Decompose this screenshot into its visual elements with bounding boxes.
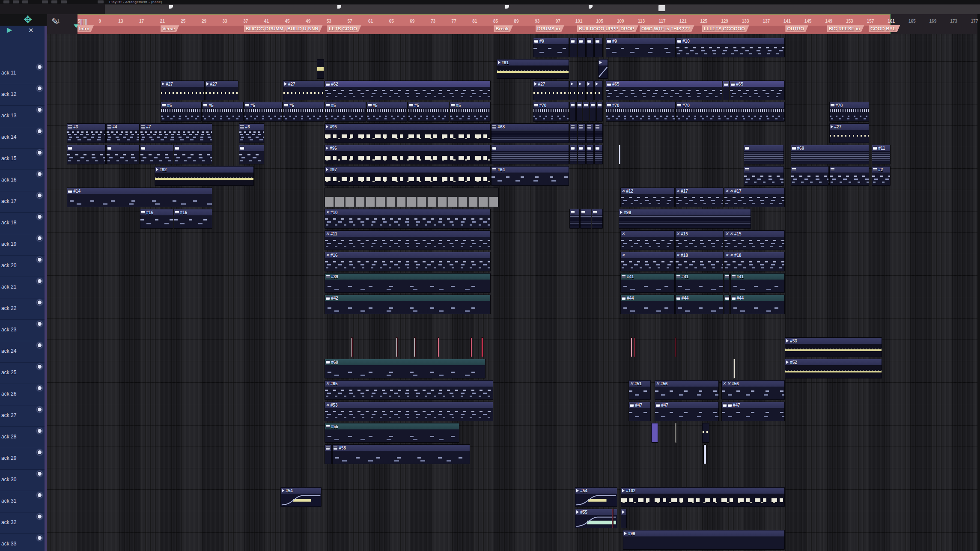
clip[interactable] (744, 166, 784, 186)
mute-dot-button[interactable] (37, 128, 42, 134)
clip[interactable] (675, 423, 677, 443)
clip[interactable]: #70 (676, 102, 785, 122)
mute-dot-button[interactable] (37, 450, 42, 455)
clip[interactable] (351, 337, 353, 357)
clip[interactable] (239, 145, 265, 164)
mute-dot-button[interactable] (37, 257, 42, 262)
titlebar-icon[interactable] (42, 0, 48, 3)
clip[interactable] (578, 145, 585, 164)
mute-dot-button[interactable] (37, 364, 42, 369)
timeline-marker[interactable]: OUTRO (785, 25, 808, 32)
mute-dot-button[interactable] (37, 385, 42, 391)
track-header[interactable]: ack 13 (0, 106, 45, 127)
clip[interactable]: #6 (239, 123, 265, 143)
overview-thumb[interactable] (658, 5, 665, 11)
track-header[interactable]: ack 16 (0, 170, 45, 191)
clip[interactable] (578, 123, 585, 143)
track-header[interactable]: ack 15 (0, 149, 45, 170)
timeline-marker[interactable]: OMG WTF is THIS??? (640, 25, 694, 32)
clip[interactable]: #9 (533, 38, 569, 57)
timeline-marker[interactable]: BIIIGGG DRUMM (244, 25, 288, 32)
clip[interactable]: ✕ (620, 252, 675, 271)
track-header[interactable]: ack 33 (0, 534, 45, 551)
mute-dot-button[interactable] (37, 492, 42, 498)
clip[interactable] (724, 295, 730, 314)
titlebar-icon[interactable] (3, 0, 9, 3)
clip[interactable] (590, 102, 596, 122)
clip[interactable] (598, 59, 608, 79)
mute-dot-button[interactable] (37, 278, 42, 284)
clip[interactable] (569, 80, 577, 100)
clip[interactable] (586, 38, 594, 57)
clip[interactable] (578, 38, 585, 57)
timeline-marker[interactable]: Verse (161, 25, 179, 32)
track-header[interactable]: ack 19 (0, 234, 45, 256)
clip[interactable]: ✕#18 (675, 252, 724, 271)
titlebar-icon[interactable] (13, 0, 19, 3)
track-header[interactable]: ack 14 (0, 127, 45, 149)
clip[interactable] (594, 38, 603, 57)
pan-tool-icon[interactable]: ✥ (24, 15, 32, 24)
clip[interactable]: #2 (872, 166, 891, 186)
clip[interactable] (612, 509, 614, 528)
clip[interactable] (325, 188, 498, 207)
clip[interactable]: #47 (655, 402, 719, 421)
track-header[interactable]: ack 22 (0, 298, 45, 320)
clip[interactable] (491, 145, 569, 164)
timeline-selection[interactable] (77, 14, 890, 34)
clip[interactable] (703, 444, 706, 464)
mute-dot-button[interactable] (37, 107, 42, 113)
clip[interactable]: #10 (676, 38, 785, 57)
clip[interactable] (619, 145, 621, 164)
clip[interactable] (414, 337, 416, 357)
clip[interactable]: #42 (325, 295, 491, 314)
clip[interactable]: #39 (325, 273, 491, 293)
clip[interactable] (569, 38, 577, 57)
mute-dot-button[interactable] (37, 214, 42, 220)
clip[interactable]: #95 (325, 123, 491, 143)
timeline-marker[interactable]: BIG REESE in (827, 25, 864, 32)
clip[interactable] (174, 145, 212, 164)
clip[interactable] (733, 359, 735, 378)
track-header[interactable]: ack 11 (0, 63, 45, 84)
clip[interactable]: ✕✕#56 (721, 380, 785, 400)
titlebar-icon[interactable] (22, 0, 28, 3)
clip[interactable]: #3 (67, 123, 105, 143)
timeline-marker[interactable]: DRUMS in (536, 25, 564, 32)
clip[interactable]: #47 (629, 402, 650, 421)
clip[interactable] (317, 59, 324, 79)
clip[interactable]: #54 (280, 487, 322, 507)
clip[interactable]: ✕✕#17 (724, 188, 785, 207)
clip[interactable]: ✕ (620, 230, 675, 250)
clip[interactable] (675, 337, 677, 357)
clip[interactable]: #65 (606, 80, 723, 100)
clip[interactable] (592, 209, 603, 229)
clip[interactable] (140, 145, 173, 164)
clip[interactable] (651, 423, 658, 443)
playback-tool-icon[interactable]: ▶ (7, 26, 12, 34)
track-header[interactable]: ack 12 (0, 84, 45, 106)
clip[interactable] (67, 145, 105, 164)
track-header[interactable]: ack 28 (0, 427, 45, 448)
clip[interactable]: #5 (450, 102, 491, 122)
clip[interactable] (594, 80, 603, 100)
track-header[interactable]: ack 20 (0, 256, 45, 277)
mute-dot-button[interactable] (37, 150, 42, 155)
clip[interactable]: #102 (621, 487, 785, 507)
clip[interactable]: ✕✕#15 (724, 230, 785, 250)
clip[interactable] (791, 166, 829, 186)
mute-dot-button[interactable] (37, 300, 42, 305)
track-header[interactable]: ack 29 (0, 448, 45, 470)
clip[interactable]: #41 (730, 273, 785, 293)
clip[interactable]: ✕#10 (325, 209, 491, 229)
clip[interactable] (724, 273, 730, 293)
clip[interactable]: ✕#56 (655, 380, 719, 400)
clip[interactable]: ✕#51 (629, 380, 650, 400)
clip[interactable]: #5 (366, 102, 408, 122)
timeline-marker[interactable]: GOOD BYE (869, 25, 900, 32)
clip[interactable] (586, 123, 594, 143)
clip[interactable]: #7 (140, 123, 212, 143)
clip[interactable]: #58 (332, 444, 470, 464)
mute-dot-button[interactable] (37, 535, 42, 541)
clip[interactable] (569, 123, 577, 143)
